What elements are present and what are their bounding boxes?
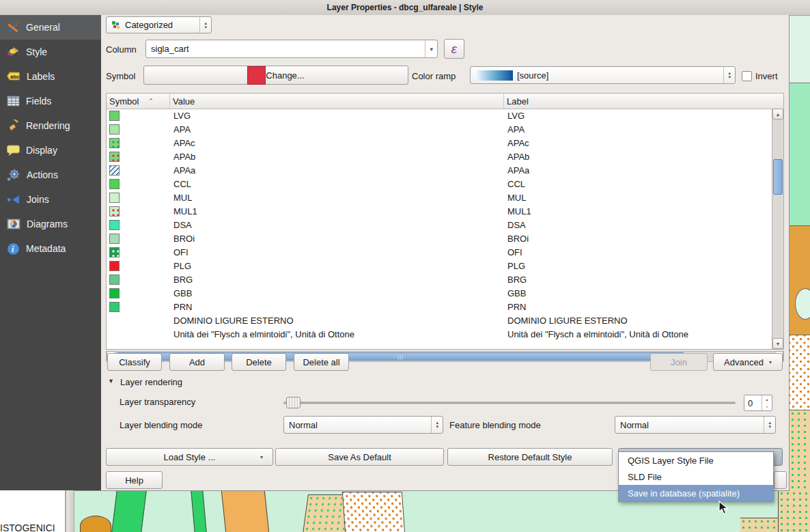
spin-up-icon[interactable]: ▴ [762,395,772,403]
column-header-label: Label [507,96,529,107]
menu-item-sld-file[interactable]: SLD File [619,468,773,485]
renderer-type-combo[interactable]: Categorized ▴▾ [106,16,212,33]
table-row[interactable]: APAbAPAb [107,150,772,163]
scroll-down-icon[interactable]: ▾ [772,338,783,349]
table-row[interactable]: BRGBRG [107,272,772,286]
table-row[interactable]: APAaAPAa [107,163,772,177]
category-value: GBB [170,288,504,298]
table-row[interactable]: APAcAPAc [107,136,772,150]
spinbox-arrows[interactable]: ▴▾ [762,395,772,410]
sidebar-item-actions[interactable]: Actions [0,163,101,187]
column-header-label-col[interactable]: Label [504,94,772,109]
sidebar-item-diagrams[interactable]: Diagrams [0,212,101,236]
info-icon: i [7,242,20,255]
table-vertical-scrollbar[interactable]: ▴ ▾ [772,109,783,349]
sort-ascending-icon: ⌃ [148,98,154,104]
category-symbol-swatch[interactable] [109,165,120,176]
spin-down-icon[interactable]: ▾ [762,403,772,410]
partially-hidden-button[interactable] [774,471,787,489]
table-row[interactable]: CCLCCL [107,177,772,191]
table-row[interactable]: DSADSA [107,218,772,232]
broom-icon [7,120,20,132]
save-as-default-button[interactable]: Save As Default [275,448,444,466]
scroll-up-icon[interactable]: ▴ [772,109,783,120]
sidebar-item-rendering[interactable]: Rendering [0,113,101,138]
category-symbol-swatch[interactable] [109,247,120,257]
load-style-button[interactable]: Load Style ... ▾ [106,448,273,466]
sidebar-item-general[interactable]: General [0,15,101,40]
change-symbol-button[interactable]: Change... [143,66,408,85]
category-symbol-swatch[interactable] [109,261,120,271]
delete-button[interactable]: Delete [232,353,286,371]
map-polygon [111,490,147,532]
map-polygon [80,516,111,532]
table-row[interactable]: APAAPA [107,122,772,136]
table-row[interactable]: PLGPLG [107,259,772,272]
category-symbol-swatch[interactable] [109,302,120,312]
layer-blending-value: Normal [289,420,318,430]
panel-scrollbar[interactable] [66,490,74,532]
sidebar-item-metadata[interactable]: i Metadata [0,236,101,261]
table-row[interactable]: PRNPRN [107,300,772,313]
menu-item-label: Save in database (spatialite) [628,488,740,499]
table-row[interactable]: GBBGBB [107,286,772,300]
add-label: Add [189,357,205,367]
table-row[interactable]: BROiBROi [107,232,772,245]
column-combo[interactable]: sigla_cart ▾ [145,40,438,58]
add-button[interactable]: Add [169,353,225,371]
category-symbol-swatch[interactable] [109,206,120,216]
table-row[interactable]: OFIOFI [107,245,772,259]
column-header-value[interactable]: Value [170,94,504,109]
transparency-slider-handle[interactable] [286,397,301,408]
category-symbol-swatch[interactable] [109,193,120,203]
delete-all-button[interactable]: Delete all [294,353,349,371]
category-label: APA [504,124,772,135]
vertical-scroll-thumb[interactable] [773,159,783,195]
invert-checkbox[interactable] [742,71,752,81]
table-row[interactable]: LVGLVG [107,109,772,122]
category-symbol-swatch[interactable] [109,111,120,121]
sidebar-item-joins[interactable]: Joins [0,187,101,212]
sidebar-item-style[interactable]: Style [0,40,101,64]
table-row[interactable]: MUL1MUL1 [107,204,772,218]
category-symbol-swatch[interactable] [109,179,120,189]
category-symbol-swatch[interactable] [109,152,120,162]
table-row[interactable]: Unità dei "Flysch a elmintoidi", Unità d… [107,327,772,341]
map-polygon [790,84,810,225]
restore-default-style-button[interactable]: Restore Default Style [447,448,613,466]
table-row[interactable]: MULMUL [107,191,772,204]
feature-blending-value: Normal [620,420,649,430]
transparency-spinbox[interactable]: 0 ▴▾ [744,395,772,411]
menu-item-qgis-layer-style-file[interactable]: QGIS Layer Style File [619,452,773,468]
category-symbol-swatch[interactable] [109,288,120,298]
category-value: Unità dei "Flysch a elmintoidi", Unità d… [170,329,504,339]
sidebar-item-fields[interactable]: Fields [0,89,101,113]
menu-item-save-in-database[interactable]: Save in database (spatialite) [619,485,773,501]
column-header-symbol[interactable]: Symbol ⌃ [107,94,170,109]
category-symbol-swatch[interactable] [109,220,120,230]
category-label: APAc [504,138,772,148]
screen: ISTOGENICI Layer Properties - dbcg_ulfar… [0,0,810,532]
category-value: DOMINIO LIGURE ESTERNO [170,316,504,326]
advanced-button[interactable]: Advanced ▾ [713,353,783,371]
help-button[interactable]: Help [106,471,163,489]
category-value: BRG [170,275,504,285]
color-ramp-combo[interactable]: [source] ▴▾ [470,66,736,84]
table-row[interactable]: DOMINIO LIGURE ESTERNODOMINIO LIGURE EST… [107,313,772,327]
window-titlebar[interactable]: Layer Properties - dbcg_ulfareale | Styl… [0,0,810,16]
expression-builder-button[interactable]: ε [444,39,464,59]
category-symbol-swatch[interactable] [109,138,120,148]
classify-button[interactable]: Classify [107,353,162,371]
category-label: MUL [504,193,772,203]
category-label: APAa [504,165,772,176]
collapse-triangle-icon[interactable]: ▼ [108,378,114,384]
category-symbol-swatch[interactable] [109,124,120,135]
sidebar-item-label: Diagrams [27,219,68,229]
category-symbol-swatch[interactable] [109,234,120,244]
sidebar-item-labels[interactable]: abc Labels [0,64,101,89]
transparency-slider-track[interactable] [283,402,736,405]
category-symbol-swatch[interactable] [109,275,120,285]
layer-blending-combo[interactable]: Normal ▴▾ [283,416,443,434]
sidebar-item-display[interactable]: Display [0,138,101,163]
feature-blending-combo[interactable]: Normal ▴▾ [615,416,776,434]
